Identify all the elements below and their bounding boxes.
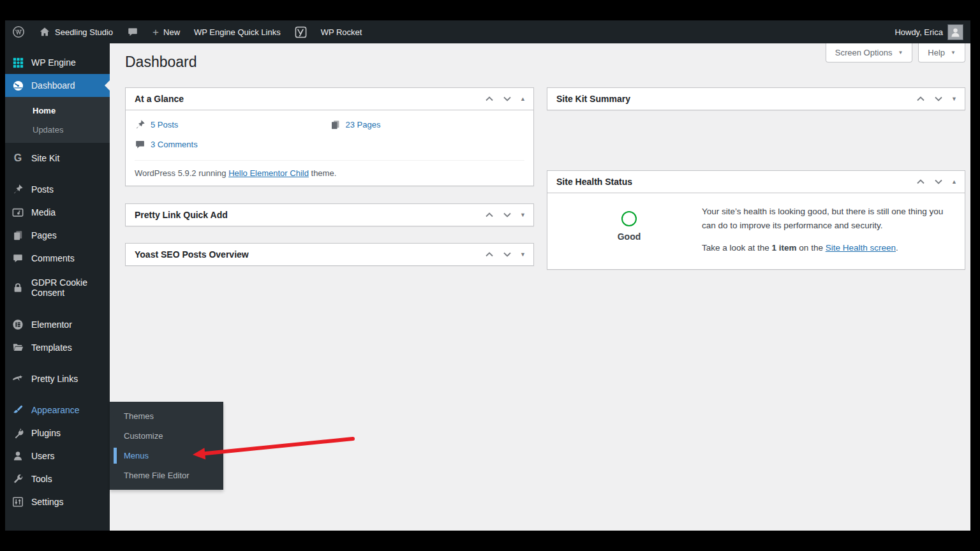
comments-shortcut[interactable] [120, 20, 145, 43]
sidebar-label-site-kit: Site Kit [31, 153, 59, 163]
widget-handle-actions: ▼ [484, 249, 526, 260]
widget-handle-actions: ▼ [484, 210, 526, 220]
help-button[interactable]: Help ▼ [918, 43, 965, 62]
comments-icon [11, 252, 24, 265]
site-kit-header[interactable]: Site Kit Summary ▼ [547, 88, 965, 110]
flyout-item-customize[interactable]: Customize [110, 426, 223, 446]
move-up-button[interactable] [484, 249, 494, 260]
sidebar-item-media[interactable]: Media [5, 201, 110, 224]
sidebar-item-pretty-links[interactable]: Pretty Links [5, 367, 110, 390]
sidebar-item-plugins[interactable]: Plugins [5, 422, 110, 444]
sidebar-item-site-kit[interactable]: G Site Kit [5, 147, 110, 170]
move-up-button[interactable] [916, 177, 926, 187]
folder-icon [11, 341, 24, 354]
move-up-button[interactable] [484, 94, 494, 104]
site-health-text: Your site’s health is looking good, but … [702, 205, 956, 255]
move-down-button[interactable] [502, 249, 512, 260]
collapse-toggle-button[interactable]: ▼ [520, 251, 526, 258]
my-account-menu[interactable]: Howdy, Erica [887, 20, 970, 43]
new-label: New [163, 27, 180, 37]
sidebar-item-templates[interactable]: Templates [5, 336, 110, 359]
sidebar-label-templates: Templates [31, 342, 72, 353]
posts-count-link[interactable]: 5 Posts [151, 120, 178, 129]
google-g-icon: G [11, 152, 24, 165]
menu-separator [5, 305, 110, 313]
sidebar-label-tools: Tools [31, 474, 52, 484]
site-kit-summary-widget: Site Kit Summary ▼ [547, 87, 965, 110]
move-down-button[interactable] [933, 94, 944, 104]
site-kit-title: Site Kit Summary [556, 94, 630, 104]
wp-rocket-label: WP Rocket [321, 27, 362, 37]
appearance-flyout-menu: Themes Customize Menus Theme File Editor [110, 402, 223, 490]
sidebar-item-dashboard[interactable]: Dashboard [5, 74, 110, 97]
version-prefix: WordPress 5.9.2 running [135, 168, 228, 178]
sidebar-item-elementor[interactable]: Elementor [5, 313, 110, 336]
screen-options-button[interactable]: Screen Options ▼ [826, 43, 913, 62]
at-a-glance-header[interactable]: At a Glance ▲ [126, 88, 533, 110]
yoast-header[interactable]: Yoast SEO Posts Overview ▼ [126, 244, 533, 265]
move-up-button[interactable] [484, 210, 494, 220]
new-content-menu[interactable]: + New [145, 20, 187, 43]
move-up-button[interactable] [916, 94, 926, 104]
site-health-status-indicator: Good [556, 205, 702, 255]
pushpin-icon [11, 183, 24, 196]
wp-logo-menu[interactable] [5, 20, 32, 43]
flyout-item-menus[interactable]: Menus [110, 446, 223, 466]
caret-down-icon: ▼ [898, 50, 903, 55]
sidebar-item-tools[interactable]: Tools [5, 467, 110, 490]
flyout-item-theme-file-editor[interactable]: Theme File Editor [110, 466, 223, 485]
site-menu[interactable]: Seedling Studio [32, 20, 120, 43]
at-a-glance-title: At a Glance [135, 94, 184, 104]
site-health-header[interactable]: Site Health Status ▲ [547, 171, 965, 193]
plus-icon: + [152, 27, 159, 38]
lock-icon [11, 281, 24, 294]
wp-rocket-menu[interactable]: WP Rocket [314, 20, 369, 43]
submenu-item-home[interactable]: Home [5, 101, 110, 120]
pretty-link-header[interactable]: Pretty Link Quick Add ▼ [126, 204, 533, 226]
submenu-item-updates[interactable]: Updates [5, 120, 110, 139]
sidebar-label-wp-engine: WP Engine [31, 57, 76, 68]
dashboard-column-left: At a Glance ▲ 5 Posts [125, 87, 534, 266]
wp-engine-grid-icon [11, 56, 24, 69]
comments-count-link[interactable]: 3 Comments [151, 140, 198, 149]
glance-comments-cell: 3 Comments [135, 139, 330, 150]
pretty-link-quick-add-widget: Pretty Link Quick Add ▼ [125, 203, 534, 226]
theme-link[interactable]: Hello Elementor Child [228, 168, 309, 178]
user-avatar [947, 24, 963, 40]
pages-count-link[interactable]: 23 Pages [346, 120, 381, 129]
move-down-button[interactable] [502, 94, 512, 104]
sidebar-item-wp-engine[interactable]: WP Engine [5, 51, 110, 74]
move-down-button[interactable] [502, 210, 512, 220]
health-action-mid: on the [797, 243, 826, 253]
yoast-title: Yoast SEO Posts Overview [135, 249, 249, 260]
collapse-toggle-button[interactable]: ▲ [951, 179, 957, 185]
at-a-glance-widget: At a Glance ▲ 5 Posts [125, 87, 534, 186]
wordpress-version-message: WordPress 5.9.2 running Hello Elementor … [135, 160, 524, 178]
wp-engine-quick-links-menu[interactable]: WP Engine Quick Links [187, 20, 288, 43]
at-a-glance-grid: 5 Posts 23 Pages 3 Comments [135, 119, 524, 159]
sidebar-label-dashboard: Dashboard [31, 80, 75, 91]
flyout-item-themes[interactable]: Themes [110, 406, 223, 426]
submenu-label-updates: Updates [33, 125, 63, 135]
sidebar-item-users[interactable]: Users [5, 444, 110, 467]
sidebar-label-pages: Pages [31, 230, 57, 240]
dashboard-gauge-icon [11, 79, 24, 92]
dashboard-content: Screen Options ▼ Help ▼ Dashboard At a G… [110, 43, 970, 531]
sidebar-item-settings[interactable]: Settings [5, 490, 110, 513]
sidebar-item-posts[interactable]: Posts [5, 178, 110, 201]
sidebar-item-pages[interactable]: Pages [5, 224, 110, 247]
health-action-suffix: . [896, 243, 898, 253]
collapse-toggle-button[interactable]: ▲ [520, 96, 526, 102]
sidebar-item-gdpr-cookie-consent[interactable]: GDPR Cookie Consent [5, 270, 110, 305]
move-down-button[interactable] [933, 177, 944, 187]
admin-sidebar: WP Engine Dashboard Home Updates G Site … [5, 43, 110, 531]
collapse-toggle-button[interactable]: ▼ [520, 212, 526, 218]
help-label: Help [928, 48, 945, 57]
site-health-screen-link[interactable]: Site Health screen [826, 243, 896, 253]
dashboard-column-right: Site Kit Summary ▼ Site Health Status [547, 87, 965, 270]
sidebar-item-appearance[interactable]: Appearance [5, 399, 110, 422]
collapse-toggle-button[interactable]: ▼ [951, 96, 957, 102]
yoast-seo-menu[interactable] [288, 20, 314, 43]
sidebar-item-comments[interactable]: Comments [5, 247, 110, 270]
sidebar-label-gdpr: GDPR Cookie Consent [31, 277, 110, 298]
